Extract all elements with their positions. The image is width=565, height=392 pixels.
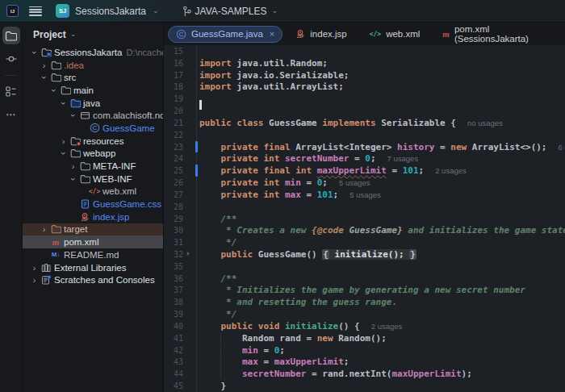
code-line-30[interactable]: 30 * Creates a new {@code GuessGame} and… [164,224,565,236]
gutter-zone[interactable] [183,129,197,141]
code-text[interactable]: public class GuessGame implements Serial… [197,118,565,128]
tree-item-meta-inf[interactable]: ›META-INF [23,160,163,173]
code-line-31[interactable]: 31 */ [164,236,565,248]
commit-tool-icon[interactable] [2,50,20,68]
tree-item-web-xml[interactable]: </>web.xml [23,186,163,198]
code-line-17[interactable]: 17import java.io.Serializable; [164,69,565,81]
code-text[interactable]: max = maxUpperLimit; [197,357,565,367]
code-line-29[interactable]: 29 /** [164,213,565,225]
gutter-zone[interactable] [183,296,197,308]
structure-tool-icon[interactable] [2,82,20,100]
code-line-19[interactable]: 19 [164,93,565,105]
code-text[interactable]: private int max = 101;5 usages [197,190,565,200]
gutter-zone[interactable] [183,273,197,285]
line-number[interactable]: 22 [164,131,183,140]
line-number[interactable]: 27 [164,190,183,199]
code-text[interactable]: private int secretNumber = 0;7 usages [197,153,565,164]
gutter-zone[interactable] [183,45,197,57]
code-text[interactable]: * Creates a new {@code GuessGame} and in… [197,225,565,236]
gutter-zone[interactable] [183,152,197,165]
line-number[interactable]: 17 [164,71,183,80]
line-number[interactable]: 43 [164,357,183,366]
tree-item--idea[interactable]: ›.idea [23,59,163,72]
code-text[interactable]: * Initializes the game by generating a n… [197,285,565,295]
code-text[interactable]: public GuessGame() { initialize(); } [197,249,565,260]
gutter-zone[interactable] [183,201,197,213]
code-text[interactable]: import java.util.ArrayList; [197,81,565,92]
tree-chevron-icon[interactable]: › [29,263,40,273]
line-number[interactable]: 23 [164,143,183,152]
code-text[interactable]: min = 0; [197,345,565,356]
tree-item-guessgame[interactable]: CGuessGame [23,122,163,135]
gutter-zone[interactable] [183,320,197,332]
tree-item-external-libraries[interactable]: ›External Libraries [23,261,163,274]
project-panel-header[interactable]: Project ⌄ [23,23,163,46]
code-text[interactable]: secretNumber = rand.nextInt(maxUpperLimi… [197,369,565,379]
line-number[interactable]: 18 [164,82,183,91]
usages-hint[interactable]: 2 usages [435,166,467,175]
tree-item-web-inf[interactable]: ›WEB-INF [23,173,163,186]
line-number[interactable]: 24 [164,154,183,163]
project-selector[interactable]: SessionsJakarta [75,6,146,17]
tree-chevron-icon[interactable]: › [59,148,69,159]
code-line-22[interactable]: 22 [164,129,565,141]
tree-item-index-jsp[interactable]: JSPindex.jsp [23,211,163,223]
more-tools-icon[interactable]: ⋯ [2,106,20,123]
gutter-zone[interactable]: › [183,248,197,261]
code-line-26[interactable]: 26 private int min = 0;5 usages [164,177,565,189]
gutter-zone[interactable] [183,189,197,201]
code-text[interactable]: */ [197,237,565,248]
tree-item-src[interactable]: ›src [23,71,163,84]
tree-item-pom-xml[interactable]: mpom.xml [23,236,163,248]
tree-item-target[interactable]: ›target [23,223,163,236]
code-text[interactable]: import java.util.Random; [197,58,565,69]
tree-chevron-icon[interactable]: › [69,111,78,121]
code-line-32[interactable]: 32› public GuessGame() { initialize(); } [164,248,565,261]
tab-index-jsp[interactable]: JSPindex.jsp [286,23,356,45]
tree-chevron-icon[interactable]: › [30,47,40,57]
line-number[interactable]: 16 [164,59,183,68]
code-line-38[interactable]: 38 * and resetting the guess range. [164,296,565,308]
line-number[interactable]: 44 [164,369,183,378]
line-number[interactable]: 35 [164,262,183,271]
fold-arrow-icon[interactable]: › [186,249,190,257]
line-number[interactable]: 28 [164,202,183,211]
tree-item-sessionsjakarta[interactable]: ›SessionsJakartaD:\ncache\JAV [23,46,163,59]
gutter-zone[interactable] [183,93,197,105]
code-line-25[interactable]: 25 private final int maxUpperLimit = 101… [164,165,565,177]
gutter-zone[interactable] [183,105,197,117]
code-line-27[interactable]: 27 private int max = 101;5 usages [164,189,565,201]
line-number[interactable]: 20 [164,106,183,115]
gutter-zone[interactable] [183,261,197,273]
line-number[interactable]: 21 [164,119,183,127]
code-line-43[interactable]: 43 max = maxUpperLimit; [164,357,565,369]
line-number[interactable]: 26 [164,178,183,187]
code-text[interactable]: private final int maxUpperLimit = 101;2 … [197,165,565,176]
gutter-zone[interactable] [183,380,197,392]
gutter-zone[interactable] [183,285,197,297]
code-line-21[interactable]: 21public class GuessGame implements Seri… [164,117,565,129]
tree-chevron-icon[interactable]: › [58,136,69,146]
tree-chevron-icon[interactable]: › [40,73,49,83]
usages-hint[interactable]: 5 usages [339,178,370,187]
gutter-zone[interactable] [183,344,197,357]
gutter-zone[interactable] [183,177,197,189]
vcs-branch-selector[interactable]: JAVA-SAMPLES ⌄ [182,6,278,17]
tab-pom-xml-sessionsjakarta-[interactable]: mpom.xml (SessionsJakarta) [433,23,565,45]
code-line-40[interactable]: 40 public void initialize() {2 usages [164,320,565,332]
code-editor[interactable]: 1516import java.util.Random;17import jav… [164,45,565,392]
code-line-37[interactable]: 37 * Initializes the game by generating … [164,285,565,297]
line-number[interactable]: 31 [164,238,183,247]
code-text[interactable]: public void initialize() {2 usages [197,321,565,332]
code-line-44[interactable]: 44 secretNumber = rand.nextInt(maxUpperL… [164,368,565,380]
code-line-16[interactable]: 16import java.util.Random; [164,57,565,69]
tree-chevron-icon[interactable]: › [29,275,40,285]
gutter-zone[interactable] [183,332,197,344]
line-number[interactable]: 42 [164,346,183,355]
usages-hint[interactable]: 6 usages [559,143,565,152]
code-line-23[interactable]: 23 private final ArrayList<Integer> hist… [164,141,565,153]
gutter-zone[interactable] [183,357,197,369]
code-line-41[interactable]: 41 Random rand = new Random(); [164,332,565,344]
tree-chevron-icon[interactable]: › [49,85,59,95]
tree-item-readme-md[interactable]: M↓README.md [23,248,163,261]
